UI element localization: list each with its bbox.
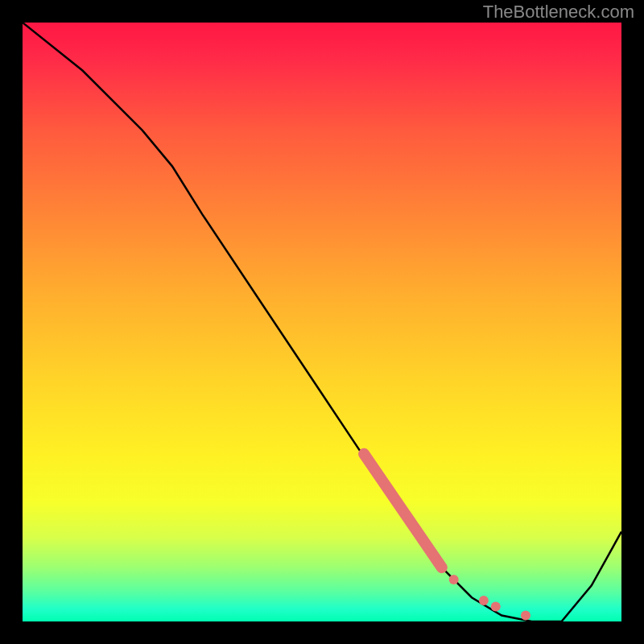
chart-svg bbox=[23, 23, 621, 621]
highlight-dot bbox=[449, 575, 459, 584]
highlight-dot bbox=[521, 611, 530, 621]
gradient-background bbox=[23, 23, 621, 621]
chart-container: TheBottleneck.com bbox=[0, 0, 644, 644]
plot-area bbox=[23, 23, 621, 621]
highlight-dot bbox=[491, 601, 501, 611]
watermark-text: TheBottleneck.com bbox=[483, 2, 634, 23]
highlight-dot bbox=[479, 596, 489, 605]
